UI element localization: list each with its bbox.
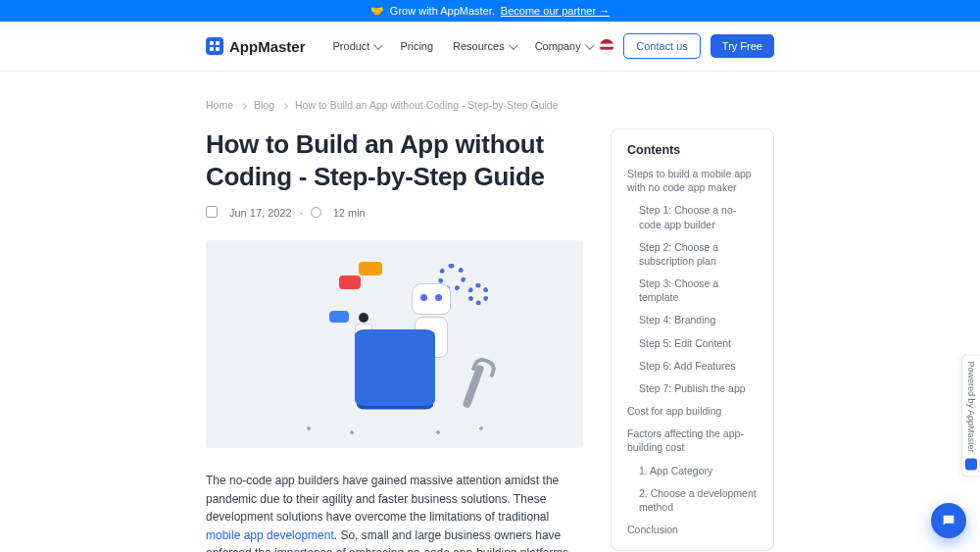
toc-item[interactable]: Step 1: Choose a no-code app builder <box>627 203 758 230</box>
nav-resources-label: Resources <box>453 40 505 52</box>
powered-by-tab[interactable]: Powered by AppMaster <box>961 354 980 477</box>
header-actions: Contact us Try Free <box>600 33 774 59</box>
sidebar: Contents Steps to build a mobile app wit… <box>611 128 774 552</box>
toc-item[interactable]: Steps to build a mobile app with no code… <box>627 167 758 194</box>
powered-by-label: Powered by AppMaster <box>966 361 976 452</box>
toc-item[interactable]: Step 7: Publish the app <box>627 381 758 395</box>
breadcrumb: Home Blog How to Build an App without Co… <box>206 72 774 111</box>
toc-item[interactable]: 1. App Category <box>627 464 758 477</box>
chevron-right-icon <box>241 99 246 111</box>
brand-name: AppMaster <box>229 38 306 55</box>
toc-item[interactable]: Step 2: Choose a subscription plan <box>627 240 758 268</box>
nav-product-label: Product <box>333 40 370 52</box>
announcement-bar: 🤝 Grow with AppMaster. Become our partne… <box>0 0 980 22</box>
toc-item[interactable]: Conclusion <box>627 523 758 536</box>
language-flag-icon[interactable] <box>600 39 613 53</box>
toc-item[interactable]: Step 6: Add Features <box>627 359 758 373</box>
chat-icon <box>941 513 956 528</box>
intro-text-1: The no-code app builders have gained mas… <box>206 474 559 524</box>
contact-us-button[interactable]: Contact us <box>623 33 701 59</box>
chevron-down-icon <box>585 40 592 52</box>
announcement-text: Grow with AppMaster. <box>390 5 495 17</box>
nav-pricing-label: Pricing <box>400 40 433 52</box>
phone-icon <box>355 329 435 406</box>
handshake-emoji: 🤝 <box>370 5 384 18</box>
separator-dot <box>300 207 303 219</box>
chevron-right-icon <box>282 99 287 111</box>
clock-icon <box>311 207 325 219</box>
calendar-icon <box>206 206 221 219</box>
toc-item[interactable]: Step 5: Edit Content <box>627 336 758 350</box>
logo-mark-icon <box>965 459 977 471</box>
toc-item[interactable]: Factors affecting the app-building cost <box>627 427 758 454</box>
primary-nav: Product Pricing Resources Company <box>333 40 592 52</box>
speech-bubble-icon <box>339 276 361 289</box>
table-of-contents: Contents Steps to build a mobile app wit… <box>611 128 774 551</box>
try-free-button[interactable]: Try Free <box>710 34 774 58</box>
nav-pricing[interactable]: Pricing <box>400 40 433 52</box>
article-intro: The no-code app builders have gained mas… <box>206 472 583 552</box>
gear-icon <box>467 283 489 305</box>
chevron-down-icon <box>373 40 380 52</box>
article-read-time: 12 min <box>333 207 366 219</box>
breadcrumb-current: How to Build an App without Coding - Ste… <box>295 99 559 111</box>
site-header: AppMaster Product Pricing Resources Comp… <box>0 22 980 72</box>
circuit-lines-icon <box>287 397 503 436</box>
nav-company[interactable]: Company <box>535 40 592 52</box>
toc-item[interactable]: Step 4: Branding <box>627 313 758 326</box>
announcement-cta-link[interactable]: Become our partner <box>501 5 610 17</box>
article-date: Jun 17, 2022 <box>229 207 292 219</box>
article-meta: Jun 17, 2022 12 min <box>206 206 583 219</box>
toc-list: Steps to build a mobile app with no code… <box>627 167 758 536</box>
speech-bubble-icon <box>329 311 349 323</box>
logo-mark-icon <box>206 37 223 55</box>
toc-item[interactable]: 2. Choose a development method <box>627 486 758 514</box>
article: How to Build an App without Coding - Ste… <box>206 128 583 552</box>
chat-launcher-button[interactable] <box>931 503 966 538</box>
speech-bubble-icon <box>359 262 382 276</box>
toc-heading: Contents <box>627 143 758 157</box>
hero-illustration <box>206 240 583 448</box>
chevron-down-icon <box>509 40 515 52</box>
breadcrumb-blog[interactable]: Blog <box>254 99 274 111</box>
nav-company-label: Company <box>535 40 581 52</box>
nav-product[interactable]: Product <box>333 40 381 52</box>
toc-item[interactable]: Step 3: Choose a template <box>627 276 758 304</box>
brand-logo[interactable]: AppMaster <box>206 37 306 55</box>
breadcrumb-home[interactable]: Home <box>206 99 233 111</box>
mobile-app-development-link[interactable]: mobile app development <box>206 528 334 542</box>
toc-item[interactable]: Cost for app building <box>627 404 758 418</box>
nav-resources[interactable]: Resources <box>453 40 515 52</box>
page-title: How to Build an App without Coding - Ste… <box>206 128 583 192</box>
